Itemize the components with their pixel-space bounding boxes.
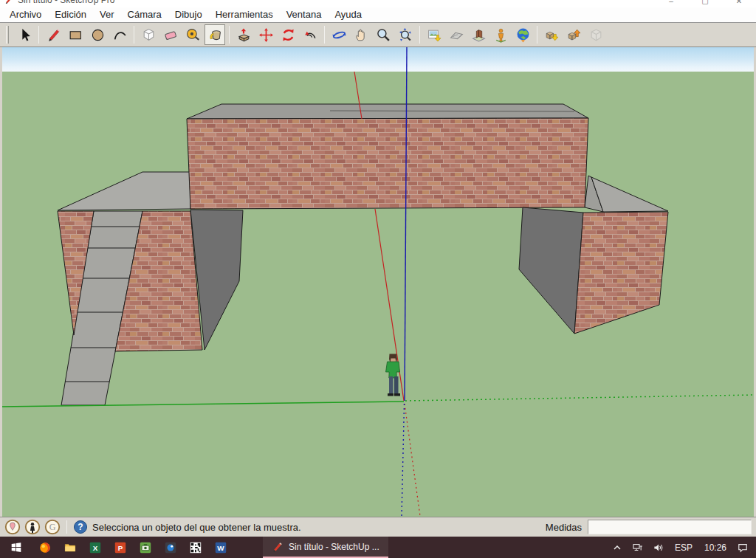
toolbar-handle[interactable] (6, 26, 9, 44)
eraser-icon[interactable] (160, 24, 181, 45)
follow-me-icon[interactable] (300, 24, 320, 45)
tape-measure-icon[interactable] (182, 24, 203, 45)
sketchup-task-icon (272, 541, 284, 553)
menu-camara[interactable]: Cámara (121, 7, 168, 22)
maximize-icon[interactable]: ▢ (688, 0, 722, 7)
start-button[interactable] (0, 537, 32, 558)
taskbar-clock-app-icon[interactable] (158, 537, 183, 558)
toolbar (0, 22, 756, 46)
zoom-icon[interactable] (373, 24, 394, 45)
zoom-extents-icon[interactable] (395, 24, 416, 45)
get-models-icon[interactable] (541, 24, 562, 45)
taskbar: XPW Sin título - SketchUp ... ESP 10:26 (0, 537, 756, 558)
clock[interactable]: 10:26 (700, 542, 731, 553)
menu-archivo[interactable]: Archivo (3, 7, 48, 22)
measurements-input[interactable] (588, 520, 752, 534)
line-icon[interactable] (43, 24, 63, 45)
menu-herramientas[interactable]: Herramientas (209, 7, 280, 22)
photo-textures-icon[interactable] (490, 24, 511, 45)
svg-text:W: W (217, 544, 224, 552)
notifications-icon[interactable] (734, 542, 752, 554)
select-icon[interactable] (14, 24, 35, 45)
toolbar-separator (419, 26, 420, 44)
claim-credit-icon[interactable] (24, 519, 41, 535)
get-current-view-icon[interactable] (424, 24, 444, 45)
taskbar-active-task[interactable]: Sin título - SketchUp ... (263, 537, 388, 558)
tray-chevron-up-icon[interactable] (608, 542, 626, 554)
menu-edicion[interactable]: Edición (48, 7, 93, 22)
taskbar-powerpoint-icon[interactable]: P (108, 537, 133, 558)
taskbar-qr-app-icon[interactable] (183, 537, 208, 558)
share-model-icon[interactable] (563, 24, 584, 45)
toolbar-separator (229, 26, 230, 44)
svg-text:G: G (49, 522, 56, 532)
help-icon[interactable]: ? (73, 520, 88, 534)
close-icon[interactable]: ✕ (722, 0, 756, 7)
share-component-icon[interactable] (585, 24, 606, 45)
sketchup-app-icon (4, 0, 13, 4)
taskbar-excel-icon[interactable]: X (83, 537, 108, 558)
model-viewport[interactable] (0, 46, 756, 517)
svg-text:P: P (118, 544, 123, 552)
title-bar: Sin título - SketchUp Pro – ▢ ✕ (0, 0, 756, 7)
toolbar-separator (38, 26, 39, 44)
place-model-icon[interactable] (468, 24, 489, 45)
minimize-icon[interactable]: – (654, 0, 688, 7)
svg-text:X: X (93, 544, 98, 552)
sign-in-icon[interactable]: G (44, 519, 61, 535)
beam-front-face[interactable] (187, 118, 588, 209)
geolocation-icon[interactable] (4, 519, 21, 535)
menu-ayuda[interactable]: Ayuda (328, 7, 368, 22)
taskbar-task-label: Sin título - SketchUp ... (289, 542, 379, 552)
component-icon[interactable] (138, 24, 159, 45)
toolbar-separator (134, 26, 134, 44)
statusbar-separator (66, 520, 67, 534)
network-icon[interactable] (629, 542, 647, 554)
orbit-icon[interactable] (329, 24, 349, 45)
toolbar-separator (324, 26, 325, 44)
rectangle-icon[interactable] (65, 24, 86, 45)
taskbar-word-icon[interactable]: W (208, 537, 233, 558)
google-earth-icon[interactable] (512, 24, 533, 45)
viewport-left-border (0, 46, 2, 517)
menu-ventana[interactable]: Ventana (280, 7, 329, 22)
rotate-icon[interactable] (278, 24, 298, 45)
menu-bar: ArchivoEdiciónVerCámaraDibujoHerramienta… (0, 7, 756, 22)
taskbar-file-explorer-icon[interactable] (58, 537, 83, 558)
toggle-terrain-icon[interactable] (446, 24, 467, 45)
push-pull-icon[interactable] (233, 24, 254, 45)
volume-icon[interactable] (650, 542, 667, 554)
toolbar-separator (537, 26, 537, 44)
system-tray: ESP 10:26 (608, 537, 756, 558)
arc-icon[interactable] (109, 24, 130, 45)
paint-bucket-icon[interactable] (205, 24, 225, 45)
window-title: Sin título - SketchUp Pro (18, 0, 114, 5)
menu-ver[interactable]: Ver (93, 7, 121, 22)
menu-dibujo[interactable]: Dibujo (168, 7, 209, 22)
taskbar-camera-app-icon[interactable] (133, 537, 158, 558)
svg-text:?: ? (78, 522, 83, 532)
language-indicator[interactable]: ESP (670, 542, 697, 553)
pan-icon[interactable] (351, 24, 371, 45)
taskbar-firefox-icon[interactable] (32, 537, 58, 558)
measurements-label: Medidas (546, 522, 582, 533)
circle-icon[interactable] (87, 24, 108, 45)
status-bar: G ? Selecciona un objeto del que obtener… (0, 517, 756, 537)
move-icon[interactable] (255, 24, 276, 45)
status-message: Selecciona un objeto del que obtener la … (92, 522, 301, 533)
sky (2, 47, 754, 72)
